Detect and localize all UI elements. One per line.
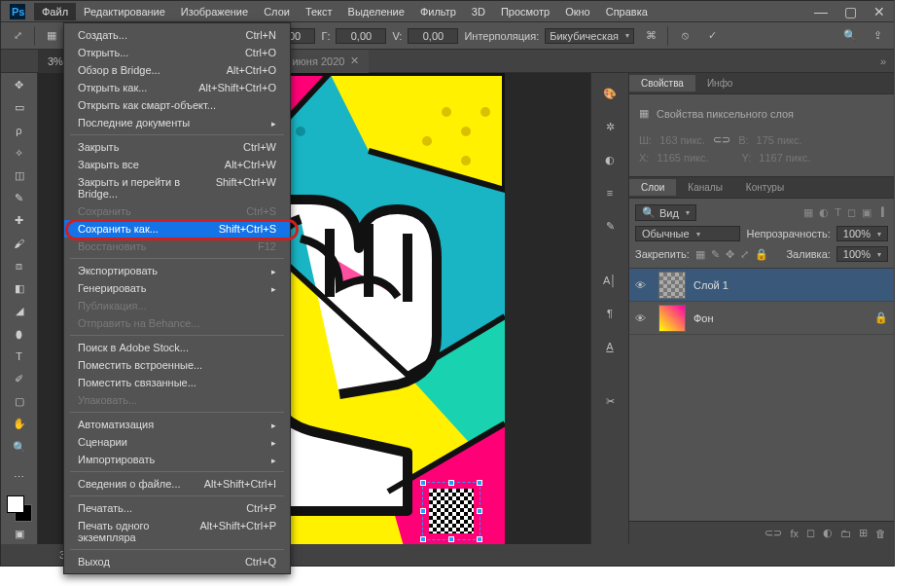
- menuitem-выход[interactable]: ВыходCtrl+Q: [64, 553, 290, 570]
- new-layer-icon[interactable]: ⊞: [859, 527, 868, 539]
- crop-tool[interactable]: ◫: [7, 165, 32, 186]
- visibility-icon[interactable]: 👁: [635, 279, 651, 291]
- heal-tool[interactable]: ✚: [7, 210, 32, 231]
- zoom-tool[interactable]: 🔍: [7, 437, 32, 458]
- menuitem-поиск-в-adobe-stock-[interactable]: Поиск в Adobe Stock...: [64, 339, 290, 356]
- lock-pixels-icon[interactable]: ▦: [695, 248, 705, 261]
- menuitem-последние-документы[interactable]: Последние документы: [64, 114, 290, 131]
- commit-transform-icon[interactable]: ✓: [701, 25, 723, 47]
- visibility-icon[interactable]: 👁: [635, 312, 651, 324]
- close-button[interactable]: ✕: [865, 1, 894, 22]
- lock-paint-icon[interactable]: ✎: [711, 248, 720, 261]
- tab-layers[interactable]: Слои: [629, 179, 676, 196]
- stamp-tool[interactable]: ⧈: [7, 256, 32, 276]
- menuitem-поместить-встроенные-[interactable]: Поместить встроенные...: [64, 356, 290, 374]
- eraser-tool[interactable]: ◧: [7, 278, 32, 299]
- menuitem-сведения-о-файле-[interactable]: Сведения о файле...Alt+Shift+Ctrl+I: [64, 475, 290, 493]
- wand-tool[interactable]: ✧: [7, 143, 32, 164]
- lock-artboard-icon[interactable]: ⤢: [740, 248, 749, 261]
- filter-adjust-icon[interactable]: ◐: [819, 206, 829, 219]
- warp-icon[interactable]: ⌘: [640, 25, 661, 47]
- navigator-panel-icon[interactable]: ✲: [599, 116, 621, 137]
- menuitem-публикация-[interactable]: Публикация...: [64, 297, 290, 314]
- menu-edit[interactable]: Редактирование: [76, 3, 173, 20]
- layer-mask-icon[interactable]: ◻: [806, 527, 815, 539]
- menuitem-экспортировать[interactable]: Экспортировать: [64, 262, 290, 279]
- link-icon[interactable]: ⊂⊃: [713, 133, 730, 146]
- maximize-button[interactable]: ▢: [835, 1, 865, 22]
- menuitem-открыть-как-[interactable]: Открыть как...Alt+Shift+Ctrl+O: [64, 79, 290, 96]
- opacity-field[interactable]: 100%: [836, 226, 888, 241]
- filter-pixel-icon[interactable]: ▦: [803, 206, 813, 219]
- skew-v-field[interactable]: 0,00: [408, 28, 458, 44]
- menu-help[interactable]: Справка: [598, 3, 656, 20]
- menuitem-генерировать[interactable]: Генерировать: [64, 279, 290, 297]
- blend-mode-select[interactable]: Обычные: [635, 226, 740, 241]
- gradient-tool[interactable]: ◢: [7, 301, 32, 321]
- menu-select[interactable]: Выделение: [340, 3, 412, 20]
- menuitem-восстановить[interactable]: ВосстановитьF12: [64, 238, 290, 255]
- dodge-tool[interactable]: ⬮: [7, 323, 32, 344]
- glyph-panel-icon[interactable]: A: [599, 336, 621, 357]
- menu-filter[interactable]: Фильтр: [412, 3, 464, 20]
- tab-paths[interactable]: Контуры: [734, 179, 796, 196]
- menuitem-отправить-на-behance-[interactable]: Отправить на Behance...: [64, 314, 290, 332]
- tab-info[interactable]: Инфо: [695, 75, 745, 92]
- lock-position-icon[interactable]: ✥: [726, 248, 734, 261]
- lasso-tool[interactable]: ρ: [7, 120, 32, 140]
- pen-tool[interactable]: ✐: [7, 369, 32, 389]
- brush-tool[interactable]: 🖌: [7, 234, 32, 254]
- transform-tool-icon[interactable]: ⤢: [7, 25, 28, 47]
- menuitem-закрыть-все[interactable]: Закрыть всеAlt+Ctrl+W: [64, 156, 290, 173]
- brushes-panel-icon[interactable]: ✎: [599, 215, 621, 237]
- filter-text-icon[interactable]: T: [835, 206, 841, 219]
- menuitem-закрыть-и-перейти-в-bridge-[interactable]: Закрыть и перейти в Bridge...Shift+Ctrl+…: [64, 173, 290, 202]
- quickmask-icon[interactable]: ▣: [7, 524, 32, 544]
- menu-3d[interactable]: 3D: [464, 3, 493, 20]
- styles-panel-icon[interactable]: ≡: [599, 182, 621, 203]
- adjustments-panel-icon[interactable]: ◐: [599, 149, 621, 170]
- paragraph-panel-icon[interactable]: ¶: [599, 303, 621, 324]
- menu-view[interactable]: Просмотр: [493, 3, 557, 20]
- menu-layers[interactable]: Слои: [256, 3, 298, 20]
- menuitem-сохранить[interactable]: СохранитьCtrl+S: [64, 202, 290, 220]
- more-tools[interactable]: ⋯: [7, 467, 32, 488]
- cancel-transform-icon[interactable]: ⦸: [674, 25, 695, 47]
- filter-shape-icon[interactable]: ◻: [847, 206, 856, 219]
- reference-grid-icon[interactable]: ▦: [41, 25, 62, 47]
- hand-tool[interactable]: ✋: [7, 414, 32, 434]
- transform-selection[interactable]: [422, 482, 480, 540]
- menubar[interactable]: Файл Редактирование Изображение Слои Тек…: [34, 3, 656, 20]
- minimize-button[interactable]: —: [806, 1, 835, 22]
- move-tool[interactable]: ✥: [7, 75, 32, 95]
- layer-row[interactable]: 👁 Фон 🔒: [629, 302, 894, 335]
- layer-filter-select[interactable]: 🔍Вид: [635, 204, 696, 221]
- menuitem-печать-одного-экземпляра[interactable]: Печать одного экземпляраAlt+Shift+Ctrl+P: [64, 517, 290, 546]
- menuitem-создать-[interactable]: Создать...Ctrl+N: [64, 26, 290, 44]
- adjustment-layer-icon[interactable]: ◐: [823, 527, 833, 539]
- file-menu-dropdown[interactable]: Создать...Ctrl+NОткрыть...Ctrl+OОбзор в …: [63, 22, 291, 574]
- eyedropper-tool[interactable]: ✎: [7, 188, 32, 208]
- interpolation-select[interactable]: Бикубическая: [545, 28, 634, 44]
- filter-toggle[interactable]: ⏽: [877, 206, 888, 219]
- menu-file[interactable]: Файл: [34, 3, 76, 20]
- menuitem-открыть-[interactable]: Открыть...Ctrl+O: [64, 44, 290, 61]
- filter-smart-icon[interactable]: ▣: [862, 206, 871, 219]
- menuitem-импортировать[interactable]: Импортировать: [64, 451, 290, 468]
- menuitem-сценарии[interactable]: Сценарии: [64, 433, 290, 451]
- share-icon[interactable]: ⇪: [867, 25, 888, 47]
- actions-panel-icon[interactable]: ✂: [599, 390, 621, 412]
- text-tool[interactable]: T: [7, 347, 32, 367]
- menuitem-открыть-как-смарт-объект-[interactable]: Открыть как смарт-объект...: [64, 96, 290, 114]
- tab-overflow-icon[interactable]: »: [880, 55, 894, 67]
- menuitem-поместить-связанные-[interactable]: Поместить связанные...: [64, 374, 290, 391]
- group-icon[interactable]: 🗀: [840, 528, 851, 539]
- layer-row[interactable]: 👁 Слой 1: [629, 269, 894, 302]
- character-panel-icon[interactable]: A│: [599, 270, 621, 291]
- color-panel-icon[interactable]: 🎨: [599, 83, 621, 104]
- link-layers-icon[interactable]: ⊂⊃: [764, 527, 782, 539]
- search-icon[interactable]: 🔍: [839, 25, 861, 47]
- tab-properties[interactable]: Свойства: [629, 75, 695, 92]
- layer-fx-icon[interactable]: fx: [790, 528, 799, 539]
- skew-h-field[interactable]: 0,00: [336, 28, 386, 44]
